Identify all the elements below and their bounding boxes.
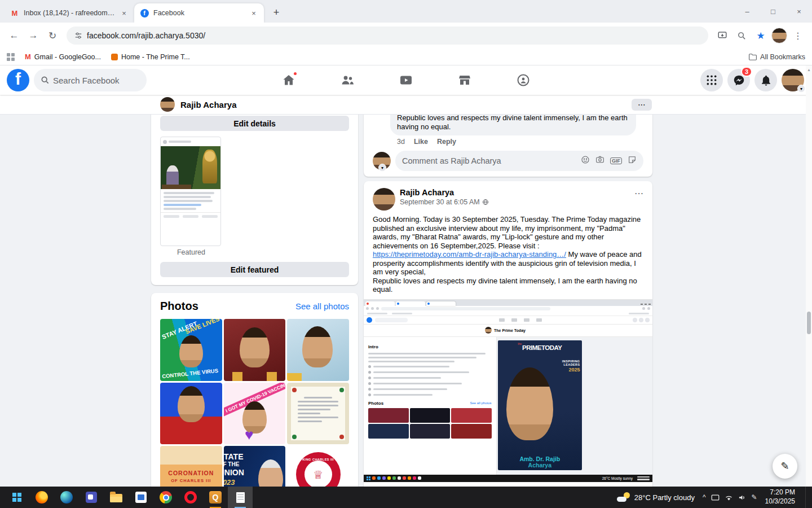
site-settings-icon[interactable] bbox=[74, 32, 82, 40]
minimize-button[interactable]: – bbox=[734, 0, 760, 23]
tab-close-icon[interactable]: × bbox=[120, 8, 129, 17]
composer-avatar[interactable]: ▾ bbox=[373, 152, 391, 170]
comment-reply-button[interactable]: Reply bbox=[437, 138, 456, 146]
apps-grid-icon[interactable] bbox=[7, 53, 15, 61]
profile-avatar[interactable] bbox=[160, 97, 175, 112]
mini-post-actions bbox=[161, 212, 220, 220]
gif-icon[interactable]: GIF bbox=[610, 157, 622, 164]
reload-button[interactable]: ↻ bbox=[44, 27, 61, 44]
bookmark-gmail[interactable]: M Gmail - GoogleGoo... bbox=[25, 52, 101, 61]
tab-friends[interactable] bbox=[341, 73, 354, 87]
taskbar-firefox[interactable] bbox=[29, 487, 54, 508]
start-button[interactable] bbox=[5, 487, 29, 508]
forward-button[interactable]: → bbox=[25, 27, 42, 44]
all-bookmarks-button[interactable]: All Bookmarks bbox=[749, 53, 805, 61]
post-menu-button[interactable]: ⋯ bbox=[634, 188, 643, 211]
search-tabs-icon[interactable] bbox=[733, 27, 750, 44]
chrome-icon bbox=[160, 491, 172, 503]
edit-featured-button[interactable]: Edit featured bbox=[160, 262, 349, 277]
taskbar-file-explorer[interactable] bbox=[104, 487, 129, 508]
taskbar-teams[interactable] bbox=[79, 487, 104, 508]
mini-facebook-navbar bbox=[364, 316, 652, 325]
photo-portrait[interactable] bbox=[287, 319, 349, 381]
taskbar-chrome[interactable] bbox=[153, 487, 178, 508]
site-favicon-icon bbox=[111, 54, 118, 60]
photo-certificate[interactable] bbox=[287, 383, 349, 445]
taskbar-app[interactable] bbox=[129, 487, 153, 508]
facebook-logo[interactable]: f bbox=[7, 69, 29, 91]
photo-coronation[interactable]: CORONATION OF CHARLES III bbox=[160, 446, 222, 487]
show-desktop-button[interactable] bbox=[805, 487, 807, 508]
scrollbar-thumb[interactable] bbox=[807, 312, 811, 334]
photo-portrait[interactable] bbox=[160, 383, 222, 445]
tab-groups[interactable] bbox=[517, 73, 530, 87]
tab-home[interactable] bbox=[282, 73, 295, 87]
post-timestamp[interactable]: September 30 at 6:05 AM bbox=[400, 198, 480, 206]
christmas-tree-graphic bbox=[202, 150, 217, 183]
photo-covid-poster[interactable]: STAY ALERT SAVE LIVES CONTROL THE VIRUS bbox=[160, 319, 222, 381]
menu-grid-button[interactable] bbox=[700, 69, 723, 91]
marketplace-icon bbox=[458, 73, 471, 87]
comment-timestamp[interactable]: 3d bbox=[397, 138, 405, 146]
edit-details-button[interactable]: Edit details bbox=[160, 116, 349, 131]
network-icon[interactable] bbox=[725, 494, 733, 501]
camera-icon[interactable] bbox=[595, 155, 604, 167]
compose-fab[interactable]: ✎ bbox=[773, 454, 797, 479]
address-bar[interactable]: facebook.com/rajib.acharya.5030/ bbox=[67, 27, 708, 45]
photo-king-charles-emblem[interactable]: KING CHARLES III ♕ bbox=[287, 446, 349, 487]
notifications-button[interactable] bbox=[754, 69, 777, 91]
taskbar-clock[interactable]: 7:20 PM 10/3/2025 bbox=[765, 488, 795, 506]
tab-close-icon[interactable]: × bbox=[249, 8, 258, 17]
clock-time: 7:20 PM bbox=[765, 488, 795, 497]
post-image[interactable]: The Prime Today Intro bbox=[364, 299, 652, 482]
taskbar-edge[interactable] bbox=[54, 487, 79, 508]
new-tab-button[interactable]: + bbox=[268, 5, 284, 20]
tab-gmail[interactable]: M Inbox (18,142) - rafreedom22@ × bbox=[5, 3, 134, 23]
page-scrollbar[interactable]: ▲ bbox=[806, 65, 812, 487]
pen-icon[interactable]: ✎ bbox=[752, 493, 757, 501]
taskbar-document[interactable] bbox=[228, 487, 253, 508]
post-author-avatar[interactable] bbox=[373, 188, 395, 211]
volume-icon[interactable] bbox=[738, 494, 747, 501]
tab-watch[interactable] bbox=[399, 73, 413, 87]
bookmark-star-icon[interactable]: ★ bbox=[752, 27, 769, 44]
url-text[interactable]: facebook.com/rajib.acharya.5030/ bbox=[87, 31, 205, 40]
comment-like-button[interactable]: Like bbox=[414, 138, 428, 146]
chevron-down-icon: ▾ bbox=[797, 85, 805, 93]
featured-thumbnail[interactable] bbox=[160, 137, 221, 246]
post-link[interactable]: https://theprimetoday.com/amb-dr-rajib-a… bbox=[373, 250, 566, 259]
tile-text: STATE bbox=[224, 452, 244, 461]
bookmark-home[interactable]: Home - The Prime T... bbox=[111, 53, 190, 61]
tab-facebook[interactable]: f Facebook × bbox=[134, 3, 264, 23]
install-cast-icon[interactable] bbox=[714, 27, 731, 44]
account-avatar[interactable]: ▾ bbox=[782, 69, 804, 91]
post-author-name[interactable]: Rajib Acharya bbox=[400, 188, 489, 197]
scroll-up-arrow[interactable]: ▲ bbox=[806, 68, 812, 72]
emoji-icon[interactable] bbox=[581, 155, 590, 167]
facebook-search[interactable] bbox=[34, 69, 147, 91]
photo-state-of-union[interactable]: STATE OF THE UNION 2023 bbox=[224, 446, 286, 487]
browser-menu-icon[interactable]: ⋮ bbox=[789, 27, 806, 44]
weather-widget[interactable]: 28°C Partly cloudy bbox=[617, 492, 695, 502]
comment-input[interactable]: Comment as Rajib Acharya GIF bbox=[395, 151, 643, 171]
taskbar-opera[interactable] bbox=[178, 487, 203, 508]
photo-portrait[interactable] bbox=[224, 319, 286, 381]
browser-profile-avatar[interactable] bbox=[771, 28, 787, 43]
messenger-button[interactable]: 3 bbox=[727, 69, 750, 91]
back-button[interactable]: ← bbox=[6, 27, 23, 44]
mini-photo-grid bbox=[368, 408, 492, 439]
photo-grid: STAY ALERT SAVE LIVES CONTROL THE VIRUS bbox=[160, 319, 349, 487]
see-all-photos-link[interactable]: See all photos bbox=[295, 301, 349, 311]
profile-more-button[interactable]: ⋯ bbox=[632, 99, 652, 111]
close-button[interactable]: × bbox=[786, 0, 812, 23]
featured-caption: Featured bbox=[160, 248, 222, 256]
maximize-button[interactable]: □ bbox=[760, 0, 786, 23]
tray-expand-icon[interactable]: ^ bbox=[703, 493, 706, 501]
tile-text: CORONATION bbox=[160, 470, 222, 476]
device-icon[interactable] bbox=[711, 494, 720, 501]
sticker-icon[interactable] bbox=[628, 155, 637, 167]
search-input[interactable] bbox=[53, 76, 132, 85]
photo-vaccine-frame[interactable]: I GOT MY COVID-19 VACCINE ♥ bbox=[224, 383, 286, 445]
tab-marketplace[interactable] bbox=[458, 73, 471, 87]
taskbar-q-app[interactable]: Q bbox=[203, 487, 228, 508]
